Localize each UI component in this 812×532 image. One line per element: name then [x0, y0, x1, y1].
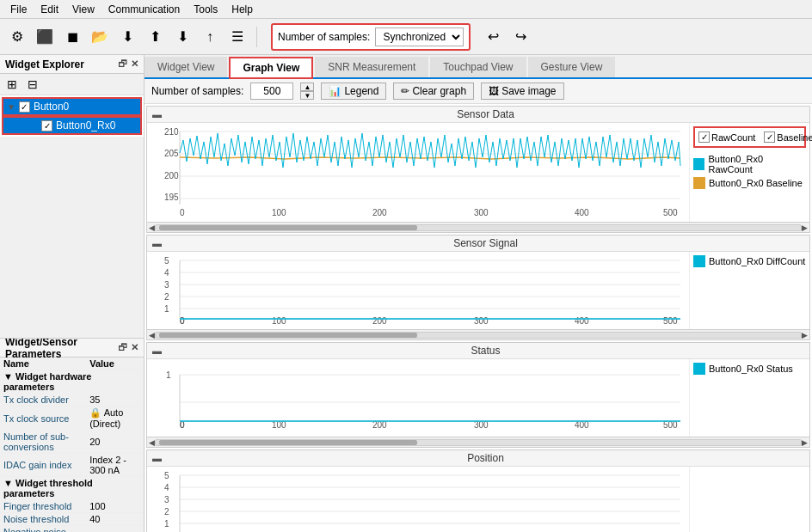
svg-text:300: 300 — [474, 208, 489, 217]
menu-communication[interactable]: Communication — [102, 2, 187, 17]
params-scroll[interactable]: Name Value ▼ Widget hardware parameters — [0, 358, 144, 532]
spin-up-button[interactable]: ▲ — [300, 83, 314, 91]
section-threshold-label: Widget threshold parameters — [3, 478, 93, 498]
sensor-data-scrollbar[interactable]: ◀ ▶ — [147, 222, 809, 232]
param-value-noise-threshold[interactable]: 40 — [86, 513, 144, 526]
scrollbar-thumb[interactable] — [159, 225, 417, 230]
chart-sensor-signal-content: 5 4 3 2 1 0 0 100 200 300 400 500 — [147, 252, 809, 329]
upload-button[interactable]: ⬆ — [143, 25, 167, 49]
settings-button[interactable]: ⚙ — [5, 25, 29, 49]
params-restore-icon[interactable]: 🗗 — [118, 342, 127, 353]
down-button[interactable]: ⬇ — [115, 25, 139, 49]
param-value-finger-threshold[interactable]: 100 — [86, 500, 144, 513]
tab-gesture[interactable]: Gesture View — [528, 57, 616, 77]
redo-button[interactable]: ↪ — [508, 25, 532, 49]
widget-explorer-title: Widget Explorer — [5, 58, 84, 70]
spin-group: ▲ ▼ — [300, 83, 314, 100]
scrollbar-thumb-2[interactable] — [159, 333, 417, 338]
param-value-sub-conversions[interactable]: 20 — [86, 431, 144, 454]
legend-button[interactable]: 📊 Legend — [321, 83, 386, 100]
undo-button[interactable]: ↩ — [481, 25, 505, 49]
menu-help[interactable]: Help — [225, 2, 260, 17]
status-collapse-button[interactable]: ▬ — [152, 345, 162, 356]
baseline-legend-text: Button0_Rx0 Baseline — [709, 178, 803, 188]
svg-text:5: 5 — [164, 471, 169, 480]
save-image-button[interactable]: 🖼 Save image — [481, 83, 563, 100]
svg-text:2: 2 — [164, 507, 169, 517]
undo-redo-group: ↩ ↪ — [481, 25, 532, 49]
tab-widget-view[interactable]: Widget View — [145, 57, 227, 77]
stop-button[interactable]: ⬛ — [33, 25, 57, 49]
scroll-left-3[interactable]: ◀ — [149, 438, 155, 447]
scrollbar-thumb-3[interactable] — [159, 440, 417, 445]
param-value-tx-clock-divider[interactable]: 35 — [86, 394, 144, 407]
baseline-checkbox-label[interactable]: Baseline — [764, 131, 812, 143]
sensor-data-collapse-button[interactable]: ▬ — [152, 109, 162, 119]
scroll-right-3[interactable]: ▶ — [802, 438, 808, 447]
checkbox-button0[interactable] — [19, 101, 30, 113]
diffcount-legend-text: Button0_Rx0 DiffCount — [709, 256, 805, 266]
chart-sensor-data-content: 210 205 200 195 0 100 200 300 400 500 — [147, 123, 809, 222]
scrollbar-track-3[interactable] — [155, 439, 802, 446]
menu-file[interactable]: File — [3, 2, 34, 17]
svg-text:4: 4 — [164, 268, 169, 278]
square-button[interactable]: ◼ — [60, 25, 84, 49]
open-button[interactable]: 📂 — [88, 25, 112, 49]
legend-icon: 📊 — [329, 85, 341, 97]
download2-button[interactable]: ⬇ — [170, 25, 194, 49]
menu-tools[interactable]: Tools — [187, 2, 225, 17]
lock-icon: 🔒 — [89, 407, 103, 418]
params-close-icon[interactable]: ✕ — [131, 342, 138, 353]
sensor-signal-scrollbar[interactable]: ◀ ▶ — [147, 329, 809, 339]
sensor-signal-collapse-button[interactable]: ▬ — [152, 238, 162, 248]
tab-touchpad[interactable]: Touchpad View — [430, 57, 526, 77]
widget-explorer-header: Widget Explorer 🗗 ✕ — [0, 55, 144, 74]
rawcount-checkbox[interactable] — [698, 131, 710, 143]
status-color — [693, 363, 705, 375]
save-icon: 🖼 — [489, 85, 499, 97]
list-button[interactable]: ☰ — [225, 25, 249, 49]
param-value-neg-noise-threshold[interactable]: 40 — [86, 526, 144, 533]
num-samples-input[interactable] — [250, 83, 293, 100]
position-collapse-button[interactable]: ▬ — [152, 453, 162, 463]
param-row-noise-threshold: Noise threshold 40 — [0, 513, 144, 526]
menu-view[interactable]: View — [65, 2, 102, 17]
legend-checkbox-container: RawCount Baseline — [693, 126, 806, 148]
scrollbar-track-2[interactable] — [155, 332, 802, 339]
clear-graph-button[interactable]: ✏ Clear graph — [393, 83, 474, 100]
scroll-right-2[interactable]: ▶ — [802, 331, 808, 339]
col-value: Value — [86, 358, 144, 370]
scroll-left-2[interactable]: ◀ — [149, 331, 155, 339]
svg-text:3: 3 — [164, 495, 169, 504]
scrollbar-track[interactable] — [155, 224, 802, 231]
scroll-right-arrow[interactable]: ▶ — [802, 223, 808, 232]
chart-status: ▬ Status 1 0 0 100 200 300 400 500 — [146, 342, 810, 448]
status-graph: 1 0 0 100 200 300 400 500 — [147, 359, 689, 437]
tab-graph-view[interactable]: Graph View — [229, 57, 313, 79]
collapse-all-button[interactable]: ⊟ — [24, 76, 41, 92]
baseline-checkbox[interactable] — [764, 131, 775, 143]
param-label-tx-clock-source: Tx clock source — [0, 407, 86, 431]
tree-item-button0[interactable]: ▼ Button0 — [2, 97, 142, 116]
menu-edit[interactable]: Edit — [34, 2, 65, 17]
charts-area[interactable]: ▬ Sensor Data 210 205 200 195 0 10 — [145, 104, 812, 532]
tab-snr[interactable]: SNR Measurement — [315, 57, 428, 77]
read-mode-select[interactable]: Synchronized Manual Continuous — [375, 28, 464, 46]
restore-icon[interactable]: 🗗 — [118, 58, 127, 70]
spin-down-button[interactable]: ▼ — [300, 91, 314, 100]
scroll-left-arrow[interactable]: ◀ — [149, 223, 155, 232]
legend-item-rawcount: Button0_Rx0 RawCount — [693, 154, 806, 174]
close-panel-icon[interactable]: ✕ — [131, 58, 138, 70]
svg-text:500: 500 — [663, 208, 678, 217]
param-value-tx-clock-source[interactable]: 🔒 Auto (Direct) — [86, 407, 144, 431]
rawcount-checkbox-label[interactable]: RawCount — [698, 131, 755, 143]
param-value-idac-gain[interactable]: Index 2 - 300 nA — [86, 454, 144, 477]
read-mode-label: Number of samples: — [278, 31, 370, 43]
param-row-idac-gain: IDAC gain index Index 2 - 300 nA — [0, 454, 144, 477]
svg-text:500: 500 — [663, 316, 678, 326]
expand-all-button[interactable]: ⊞ — [3, 76, 21, 92]
arrow-up-button[interactable]: ↑ — [198, 25, 222, 49]
checkbox-button0rx0[interactable] — [41, 120, 52, 131]
tree-item-button0rx0[interactable]: Button0_Rx0 — [2, 116, 142, 135]
status-scrollbar[interactable]: ◀ ▶ — [147, 437, 809, 447]
